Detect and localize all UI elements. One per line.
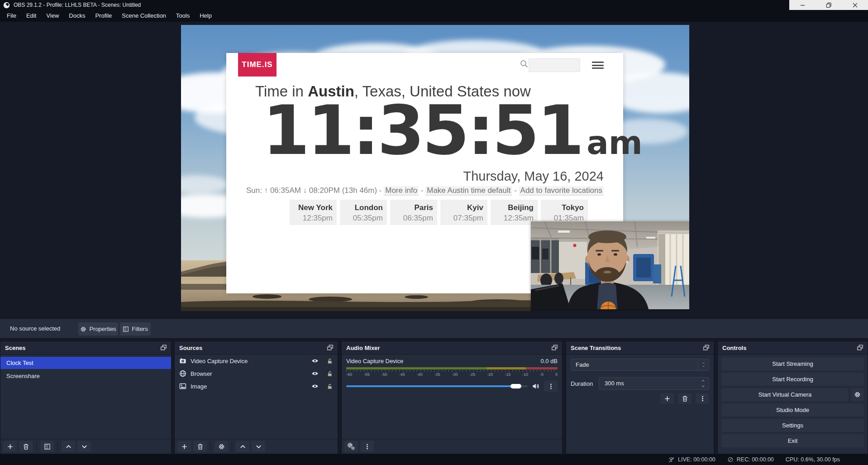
settings-button[interactable]: Settings <box>721 419 864 432</box>
hamburger-menu-icon <box>592 62 604 69</box>
add-transition-button[interactable] <box>660 393 674 404</box>
rec-status: REC: 00:00:00 <box>727 456 774 463</box>
remove-transition-button[interactable] <box>678 393 692 404</box>
record-inactive-icon <box>727 456 734 463</box>
move-scene-down-button[interactable] <box>77 441 91 452</box>
menu-help[interactable]: Help <box>195 10 217 22</box>
menu-bar: File Edit View Docks Profile Scene Colle… <box>0 10 868 22</box>
visibility-eye-icon[interactable] <box>311 370 319 377</box>
transition-properties-button[interactable] <box>696 393 709 404</box>
transition-select[interactable]: Fade <box>571 359 709 371</box>
scene-item-screenshare[interactable]: Screenshare <box>0 370 171 382</box>
controls-panel: Controls Start Streaming Start Recording… <box>717 341 868 454</box>
visibility-eye-icon[interactable] <box>311 357 319 364</box>
trash-icon <box>197 443 204 450</box>
obs-window: OBS 29.1.2 - Profile: LLHLS BETA - Scene… <box>0 0 868 465</box>
scene-filters-button[interactable] <box>40 441 54 452</box>
move-scene-up-button[interactable] <box>62 441 75 452</box>
scene-item-clock-test[interactable]: Clock Test <box>0 357 171 369</box>
minimize-button[interactable] <box>789 0 816 10</box>
exit-button[interactable]: Exit <box>721 434 864 447</box>
studio-mode-button[interactable]: Studio Mode <box>721 403 864 417</box>
close-button[interactable] <box>842 0 868 10</box>
timeis-logo: TIME.IS <box>238 53 277 77</box>
mixer-channel-menu-button[interactable] <box>544 381 558 392</box>
timeis-sun-info: Sun: ↑ 06:35AM ↓ 08:20PM (13h 46m) - Mor… <box>246 186 604 195</box>
scenes-toolbar <box>0 439 171 454</box>
speaker-icon[interactable] <box>532 383 540 390</box>
move-source-up-button[interactable] <box>236 441 249 452</box>
source-item-video-capture[interactable]: Video Capture Device <box>175 355 338 367</box>
restore-button[interactable] <box>816 0 842 10</box>
duration-spinbox[interactable]: 300 ms <box>599 377 709 390</box>
menu-profile[interactable]: Profile <box>90 10 117 22</box>
visibility-eye-icon[interactable] <box>311 383 319 390</box>
popout-icon[interactable] <box>159 344 167 351</box>
plus-icon <box>664 395 671 402</box>
volume-slider-handle[interactable] <box>510 384 521 388</box>
controls-header: Controls <box>718 341 868 355</box>
city-time-paris: Paris06:35pm <box>390 200 437 225</box>
title-bar: OBS 29.1.2 - Profile: LLHLS BETA - Scene… <box>0 0 868 10</box>
live-status: LIVE: 00:00:00 <box>668 456 715 463</box>
window-title: OBS 29.1.2 - Profile: LLHLS BETA - Scene… <box>14 2 141 8</box>
source-item-browser[interactable]: Browser <box>175 367 338 380</box>
image-icon <box>179 383 186 390</box>
virtual-camera-config-button[interactable] <box>851 388 864 401</box>
search-input <box>529 58 580 72</box>
timeis-clock: 11:35:51 am <box>262 96 643 164</box>
popout-icon[interactable] <box>326 344 334 351</box>
meter-tick-marks <box>346 370 558 372</box>
source-properties-button[interactable] <box>215 441 228 452</box>
preview-camera-source[interactable] <box>531 221 689 311</box>
start-streaming-button[interactable]: Start Streaming <box>721 357 864 370</box>
scenes-panel: Scenes Clock Test Screenshare <box>0 341 172 454</box>
popout-icon[interactable] <box>856 344 864 351</box>
remove-source-button[interactable] <box>193 441 207 452</box>
source-context-bar: No source selected Properties Filters <box>0 318 868 339</box>
filter-icon <box>44 443 51 450</box>
advanced-audio-button[interactable] <box>344 441 358 452</box>
spin-down-button[interactable] <box>699 384 707 389</box>
menu-edit[interactable]: Edit <box>21 10 41 22</box>
spin-up-button[interactable] <box>699 378 707 384</box>
preview-canvas[interactable]: TIME.IS Time in Austin, Texas, United St… <box>181 25 689 311</box>
popout-icon[interactable] <box>702 344 710 351</box>
close-icon <box>852 2 858 9</box>
mixer-menu-button[interactable] <box>360 441 374 452</box>
menu-docks[interactable]: Docks <box>64 10 90 22</box>
city-time-newyork: New York12:35pm <box>290 200 337 225</box>
minimize-icon <box>799 2 806 9</box>
scene-transitions-panel: Scene Transitions Fade Duration 300 ms <box>566 341 714 454</box>
menu-scene-collection[interactable]: Scene Collection <box>117 10 171 22</box>
search-icon <box>520 59 529 68</box>
move-source-down-button[interactable] <box>252 441 265 452</box>
menu-tools[interactable]: Tools <box>171 10 195 22</box>
plus-icon <box>181 443 188 450</box>
sources-panel: Sources Video Capture Device Browser Ima… <box>174 341 338 454</box>
city-time-london: London05:35pm <box>340 200 387 225</box>
mixer-channel-name: Video Capture Device <box>346 358 403 364</box>
lock-icon[interactable] <box>326 357 333 364</box>
chevron-down-icon <box>81 443 88 450</box>
properties-button[interactable]: Properties <box>78 322 118 336</box>
start-virtual-camera-button[interactable]: Start Virtual Camera <box>721 388 849 401</box>
filters-button[interactable]: Filters <box>120 322 151 336</box>
menu-view[interactable]: View <box>41 10 64 22</box>
remove-scene-button[interactable] <box>19 441 33 452</box>
source-item-image[interactable]: Image <box>175 380 338 393</box>
menu-file[interactable]: File <box>2 10 21 22</box>
popout-icon[interactable] <box>550 344 558 351</box>
clock-digits: 11:35:51 <box>262 96 582 164</box>
volume-meter <box>346 367 558 369</box>
lock-icon[interactable] <box>326 383 333 390</box>
lock-icon[interactable] <box>326 370 333 377</box>
start-recording-button[interactable]: Start Recording <box>721 373 864 386</box>
audio-mixer-panel: Audio Mixer Video Capture Device 0.0 dB … <box>341 341 563 454</box>
mixer-channel: Video Capture Device 0.0 dB -60-55-50-45… <box>342 355 562 392</box>
add-source-button[interactable] <box>177 441 191 452</box>
add-scene-button[interactable] <box>3 441 17 452</box>
combo-arrows-icon <box>698 359 709 370</box>
sources-title: Sources <box>179 345 202 351</box>
volume-slider[interactable] <box>346 385 528 387</box>
